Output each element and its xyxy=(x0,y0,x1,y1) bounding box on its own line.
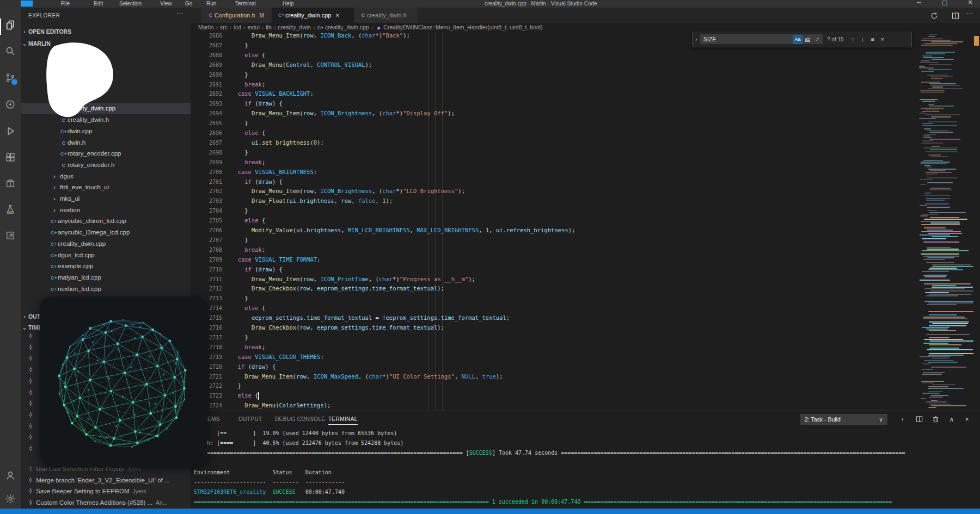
toggle-replace-icon[interactable]: › xyxy=(693,36,700,42)
code-line[interactable]: 2709 case VISUAL_TIME_FORMAT: xyxy=(191,255,917,265)
find-close-icon[interactable]: × xyxy=(878,36,887,42)
tree-item[interactable]: C+dwin.cpp xyxy=(21,126,191,137)
minimize-button[interactable]: ─ xyxy=(914,0,924,5)
test-beaker-icon[interactable] xyxy=(4,203,17,216)
account-icon[interactable] xyxy=(4,469,17,482)
tree-item[interactable]: C+rotary_encoder.cpp xyxy=(21,148,191,159)
timeline-item[interactable]: Custom Color Themes Additions (#528) ...… xyxy=(21,497,191,509)
tab-close-icon[interactable]: × xyxy=(335,12,339,18)
find-in-selection-icon[interactable]: ≡ xyxy=(868,36,878,42)
code-line[interactable]: 2688 else { xyxy=(191,51,917,60)
tree-item[interactable]: C+example.cpp xyxy=(21,261,191,272)
tree-item[interactable]: C+dgus_lcd.cpp xyxy=(21,250,191,261)
search-input[interactable]: SIZE Aa ab .* xyxy=(700,34,823,44)
tree-item[interactable]: ›nextion xyxy=(21,205,191,216)
code-line[interactable]: 2697 ui.set_brightness(0); xyxy=(191,138,917,148)
explorer-icon[interactable] xyxy=(4,18,17,32)
menu-item-edit[interactable]: Edit xyxy=(91,0,105,7)
code-line[interactable]: 2713 } xyxy=(191,294,917,304)
code-line[interactable]: 2704 } xyxy=(191,206,917,216)
code-line[interactable]: 2703 Draw_Float(ui.brightness, row, fals… xyxy=(191,196,917,206)
minimap[interactable] xyxy=(917,32,973,411)
code-line[interactable]: 2712 Draw_Checkbox(row, eeprom_settings.… xyxy=(191,284,917,294)
menu-item-file[interactable]: File xyxy=(59,0,72,7)
code-line[interactable]: 2700 case VISUAL_BRIGHTNESS: xyxy=(191,168,917,177)
source-control-icon[interactable] xyxy=(4,71,17,84)
breadcrumb-item[interactable]: Marlin xyxy=(198,24,214,30)
editor-more-actions-icon[interactable]: ⋯ xyxy=(966,10,973,17)
code-line[interactable]: 2693 if (draw) { xyxy=(191,99,917,109)
code-line[interactable]: 2710 if (draw) { xyxy=(191,265,917,275)
code-line[interactable]: 2695 } xyxy=(191,119,917,128)
split-editor-icon[interactable] xyxy=(951,11,960,20)
open-changes-icon[interactable] xyxy=(930,11,939,20)
tab-Configuration-h[interactable]: CConfiguration.hM xyxy=(201,8,272,23)
tab-creality_dwin-h[interactable]: Ccreality_dwin.h xyxy=(354,8,418,23)
code-line[interactable]: 2718 break; xyxy=(191,343,917,352)
tree-item[interactable]: C+nextion_lcd.cpp xyxy=(21,283,191,295)
menu-item-run[interactable]: Run xyxy=(204,0,218,7)
live-share-icon[interactable] xyxy=(4,98,17,111)
maximize-button[interactable]: ▢ xyxy=(939,0,950,6)
terminal-output[interactable]: RAM: [== ] 19.0% (used 12440 bytes from … xyxy=(194,428,978,508)
code-line[interactable]: 2716 Draw_Checkbox(row, eeprom_settings.… xyxy=(191,323,917,333)
menu-item-view[interactable]: View xyxy=(158,0,174,7)
tree-item[interactable]: Cdwin.h xyxy=(21,137,191,148)
panel-tab-terminal[interactable]: TERMINAL xyxy=(328,414,358,425)
search-icon[interactable] xyxy=(4,45,17,58)
run-debug-icon[interactable] xyxy=(4,125,17,138)
timeline-item[interactable]: Save Beeper Setting to EEPROMJyers xyxy=(21,486,191,497)
code-line[interactable]: 2705 else { xyxy=(191,216,917,226)
code-line[interactable]: 2715 eeprom_settings.time_format_textual… xyxy=(191,313,917,323)
code-line[interactable]: 2708 break; xyxy=(191,245,917,255)
code-line[interactable]: 2722 } xyxy=(191,381,917,391)
code-line[interactable]: 2699 break; xyxy=(191,158,917,168)
close-panel-icon[interactable]: × xyxy=(963,415,971,424)
tree-item[interactable]: C+anycubic_i3mega_lcd.cpp xyxy=(21,227,191,238)
code-line[interactable]: 2690 } xyxy=(191,70,917,80)
code-line[interactable]: 2711 Draw_Menu_Item(row, ICON_PrintTime,… xyxy=(191,275,917,284)
maximize-panel-icon[interactable]: ∧ xyxy=(947,415,956,424)
tree-item[interactable]: ›mks_ui xyxy=(21,193,191,205)
menu-item-terminal[interactable]: Terminal xyxy=(233,0,258,7)
timeline-item[interactable]: Merge branch 'Ender_3_V2_Extensible_UI' … xyxy=(21,475,191,486)
terminal-picker[interactable]: 2: Task - Build∨ xyxy=(800,414,887,425)
tree-item[interactable]: ›ftdi_eve_touch_ui xyxy=(21,182,191,193)
menu-item-help[interactable]: Help xyxy=(280,0,296,7)
package-icon[interactable] xyxy=(4,177,17,190)
code-editor[interactable]: 2686 Draw_Menu_Item(row, ICON_Back, (cha… xyxy=(191,32,917,411)
tab-creality_dwin-cpp[interactable]: C+creality_dwin.cpp× xyxy=(272,8,354,23)
status-bar[interactable] xyxy=(0,509,980,514)
code-line[interactable]: 2698 } xyxy=(191,148,917,158)
code-line[interactable]: 2721 Draw_Menu_Item(row, ICON_MaxSpeed, … xyxy=(191,372,917,382)
breadcrumb-item[interactable]: lib xyxy=(266,24,272,30)
whole-word-icon[interactable]: ab xyxy=(803,35,812,44)
more-actions-icon[interactable]: ⋯ xyxy=(176,10,183,17)
kill-terminal-icon[interactable] xyxy=(931,415,940,424)
panel-tab-output[interactable]: OUTPUT xyxy=(238,414,262,424)
code-line[interactable]: 2691 break; xyxy=(191,80,917,90)
code-line[interactable]: 2717 } xyxy=(191,333,917,343)
tree-item[interactable]: C+creality_dwin.cpp xyxy=(21,238,191,250)
new-terminal-icon[interactable]: + xyxy=(898,415,907,424)
section-open-editors[interactable]: ›OPEN EDITORS xyxy=(21,26,191,37)
panel-tab-debug-console[interactable]: DEBUG CONSOLE xyxy=(275,414,325,424)
tree-item[interactable]: Crotary_encoder.h xyxy=(21,159,191,171)
extensions-icon[interactable] xyxy=(4,151,17,164)
overview-ruler[interactable] xyxy=(973,32,980,411)
code-line[interactable]: 2720 if (draw) { xyxy=(191,362,917,372)
breadcrumb-item[interactable]: creality_dwin xyxy=(278,24,311,30)
code-line[interactable]: 2702 Draw_Menu_Item(row, ICON_Brightness… xyxy=(191,187,917,196)
find-next-icon[interactable]: ↓ xyxy=(858,36,868,42)
find-previous-icon[interactable]: ↑ xyxy=(848,36,858,42)
split-terminal-icon[interactable] xyxy=(915,415,923,424)
remote-explorer-icon[interactable] xyxy=(4,229,17,242)
close-button[interactable]: ✕ xyxy=(965,0,976,6)
code-line[interactable]: 2723 else { xyxy=(191,391,917,401)
code-line[interactable]: 2694 Draw_Menu_Item(row, ICON_Brightness… xyxy=(191,109,917,119)
code-line[interactable]: 2689 Draw_Menu(Control, CONTROL_VISUAL); xyxy=(191,60,917,70)
breadcrumb-item[interactable]: lcd xyxy=(234,24,241,30)
code-line[interactable]: 2707 } xyxy=(191,236,917,245)
code-line[interactable]: 2701 if (draw) { xyxy=(191,177,917,187)
code-line[interactable]: 2692 case VISUAL_BACKLIGHT: xyxy=(191,89,917,99)
